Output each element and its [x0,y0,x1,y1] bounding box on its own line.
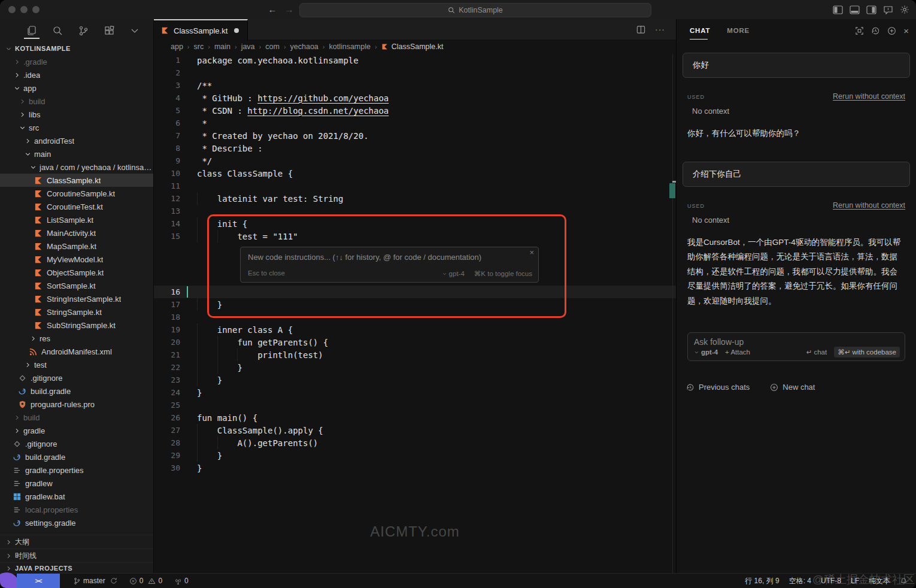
code-link[interactable]: https://github.com/yechaoa [257,93,389,103]
code-line-14[interactable]: 14 init { [154,217,676,230]
code-line-24[interactable]: 24} [154,386,676,399]
tree-item-.idea[interactable]: .idea [0,68,153,81]
tree-item-myviewmodel.kt[interactable]: MyViewModel.kt [0,253,153,266]
code-line-23[interactable]: 23 } [154,374,676,386]
rerun-without-context-link[interactable]: Rerun without context [833,201,905,210]
code-line-30[interactable]: 30} [154,462,676,474]
tree-item-mapsample.kt[interactable]: MapSample.kt [0,240,153,253]
tree-item-gradle[interactable]: gradle [0,424,153,437]
followup-input[interactable]: Ask follow-up gpt-4 + Attach ↵ chat ⌘↵ w… [687,332,905,361]
tree-item-src[interactable]: src [0,121,153,134]
cursor-position[interactable]: 行 16, 列 9 [745,576,779,586]
notifications-bell-icon[interactable] [900,577,908,585]
tree-item-settings.gradle[interactable]: settings.gradle [0,516,153,529]
tree-item-gradlew.bat[interactable]: gradlew.bat [0,490,153,503]
rerun-without-context-link[interactable]: Rerun without context [833,92,905,101]
tree-item-sortsample.kt[interactable]: SortSample.kt [0,279,153,292]
code-line-26[interactable]: 26fun main() { [154,411,676,424]
minimize-window-button[interactable] [20,6,28,13]
tab-chat[interactable]: CHAT [690,19,710,42]
indentation[interactable]: 空格: 4 [789,576,811,586]
chevron-down-icon[interactable] [128,23,141,38]
split-editor-icon[interactable] [636,25,645,34]
code-line-25[interactable]: 25 [154,399,676,411]
model-selector[interactable]: gpt-4 [694,348,718,356]
tree-item-stringsample.kt[interactable]: StringSample.kt [0,305,153,319]
tab-more[interactable]: MORE [727,19,750,42]
code-line-6[interactable]: 6 * [154,117,676,129]
code-line-12[interactable]: 12 lateinit var test: String [154,192,676,205]
close-panel-icon[interactable]: × [903,26,909,36]
code-line-5[interactable]: 5 * CSDN : http://blog.csdn.net/yechaoa [154,104,676,117]
tree-item-.gradle[interactable]: .gradle [0,55,153,68]
tree-item-classsample.kt[interactable]: ClassSample.kt [0,174,153,187]
breadcrumb-item[interactable]: app [171,43,183,51]
settings-gear-icon[interactable] [899,4,910,15]
tree-item-test[interactable]: test [0,358,153,371]
close-window-button[interactable] [8,6,16,13]
tree-item-.gitignore[interactable]: .gitignore [0,371,153,384]
tree-item-build[interactable]: build [0,95,153,108]
user-message[interactable]: 你好 [683,53,910,78]
sidebar-section-时间线[interactable]: 时间线 [0,548,153,562]
code-line-28[interactable]: 28 A().getParents() [154,437,676,449]
tree-item-build.gradle[interactable]: build.gradle [0,450,153,463]
more-actions-icon[interactable]: ··· [655,25,665,34]
sidebar-section-java-projects[interactable]: JAVA PROJECTS [0,562,153,574]
code-line-15[interactable]: 15 test = "111" [154,230,676,243]
attach-button[interactable]: + Attach [725,348,750,356]
tree-item-build.gradle[interactable]: build.gradle [0,384,153,398]
tree-item-local.properties[interactable]: local.properties [0,503,153,516]
inline-prompt-input[interactable]: New code instructions... (↑↓ for history… [248,253,481,262]
tree-item-proguard-rules.pro[interactable]: proguard-rules.pro [0,398,153,411]
tree-item-main[interactable]: main [0,147,153,160]
encoding[interactable]: UTF-8 [821,577,841,585]
tree-item-substringsample.kt[interactable]: SubStringSample.kt [0,319,153,332]
code-line-21[interactable]: 21 println(test) [154,348,676,361]
back-icon[interactable]: ← [267,4,278,15]
model-selector[interactable]: gpt-4 [442,270,465,277]
code-line-2[interactable]: 2 [154,66,676,79]
tree-item-androidmanifest.xml[interactable]: AndroidManifest.xml [0,345,153,358]
remote-indicator[interactable]: >< [17,574,60,588]
code-line-20[interactable]: 20 fun getParents() { [154,336,676,348]
feedback-icon[interactable] [882,4,893,15]
breadcrumb-item[interactable]: src [194,43,204,51]
eol[interactable]: LF [851,577,859,585]
tree-item-gradle.properties[interactable]: gradle.properties [0,463,153,477]
source-control-icon[interactable] [77,23,90,38]
tree-item-mainactivity.kt[interactable]: MainActivity.kt [0,226,153,240]
code-line-11[interactable]: 11 [154,180,676,192]
breadcrumb-item[interactable]: kotlinsample [329,43,370,51]
language-mode[interactable]: 纯文本 [869,576,890,586]
tree-item-gradlew[interactable]: gradlew [0,477,153,490]
code-line-13[interactable]: 13 [154,205,676,217]
code-link[interactable]: http://blog.csdn.net/yechaoa [247,106,389,116]
tree-item-app[interactable]: app [0,81,153,95]
tree-item-objectsample.kt[interactable]: ObjectSample.kt [0,266,153,279]
code-line-3[interactable]: 3/** [154,79,676,92]
tab-classsample[interactable]: ClassSample.kt [154,19,248,41]
breadcrumb-item[interactable]: java [241,43,255,51]
code-line-16[interactable]: 16 [154,286,676,298]
code-line-22[interactable]: 22 } [154,361,676,374]
toggle-secondary-sidebar-icon[interactable] [866,4,876,15]
problems-button[interactable]: 0 0 [129,577,162,585]
code-line-17[interactable]: 17 } [154,298,676,311]
code-line-27[interactable]: 27 ClassSample().apply { [154,424,676,437]
tree-item-build[interactable]: build [0,411,153,424]
previous-chats-button[interactable]: Previous chats [686,383,750,392]
code-line-29[interactable]: 29 } [154,449,676,462]
code-line-1[interactable]: 1package com.yechaoa.kotlinsample [154,54,676,66]
code-line-8[interactable]: 8 * Describe : [154,142,676,154]
code-line-10[interactable]: 10class ClassSample { [154,167,676,180]
ports-button[interactable]: 0 [174,577,189,585]
explorer-icon[interactable] [25,23,38,38]
toggle-sidebar-icon[interactable] [832,4,843,15]
search-sidebar-icon[interactable] [51,23,64,38]
code-line-7[interactable]: 7 * Created by yechao on 2021/8/20. [154,129,676,142]
tree-item-stringinstersample.kt[interactable]: StringInsterSample.kt [0,292,153,305]
tree-item-listsample.kt[interactable]: ListSample.kt [0,213,153,226]
code-line-4[interactable]: 4 * GitHub : https://github.com/yechaoa [154,92,676,104]
code-line-18[interactable]: 18 [154,311,676,323]
